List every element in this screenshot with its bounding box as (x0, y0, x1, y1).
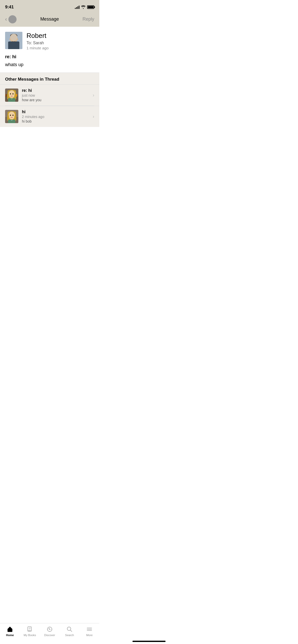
svg-rect-22 (8, 98, 15, 102)
nav-avatar (8, 15, 17, 23)
thread-item-2[interactable]: hi 2 minutes ago hi bob › (0, 106, 99, 127)
status-time: 9:41 (5, 5, 14, 10)
thread-item-preview-1: how are you (22, 98, 91, 102)
sender-to: To: Sarah (26, 41, 94, 45)
message-header: Robert To: Sarah 1 minute ago (0, 27, 99, 54)
status-bar: 9:41 (0, 0, 99, 13)
sender-info: Robert To: Sarah 1 minute ago (26, 32, 94, 50)
thread-messages: re: hi just now how are you › (0, 84, 99, 127)
message-subject: re: hi (5, 54, 94, 60)
main-content: Robert To: Sarah 1 minute ago re: hi wha… (0, 27, 99, 150)
back-chevron-icon: ‹ (5, 17, 7, 22)
svg-point-21 (12, 93, 13, 95)
status-icons (75, 5, 94, 9)
svg-point-19 (8, 90, 15, 98)
svg-point-25 (8, 112, 15, 119)
battery-icon (87, 5, 94, 9)
robert-avatar-image (5, 32, 22, 49)
svg-rect-0 (5, 32, 22, 49)
message-content: re: hi whats up (0, 54, 99, 72)
thread-section-title: Other Messages in Thread (5, 77, 59, 82)
svg-marker-3 (13, 43, 15, 46)
nav-bar: ‹ Message Reply (0, 13, 99, 27)
svg-point-26 (10, 115, 11, 116)
svg-point-6 (12, 38, 13, 40)
back-button[interactable]: ‹ (5, 15, 17, 23)
svg-point-8 (13, 40, 14, 40)
thread-section-header: Other Messages in Thread (0, 72, 99, 84)
thread-chevron-2: › (93, 114, 94, 119)
sender-time: 1 minute ago (26, 46, 94, 50)
thread-avatar-1 (5, 89, 18, 102)
thread-item-preview-2: hi bob (22, 119, 91, 123)
svg-point-9 (9, 38, 11, 40)
thread-item-time-2: 2 minutes ago (22, 115, 91, 119)
thread-item-subject-2: hi (22, 110, 91, 114)
thread-item-info-2: hi 2 minutes ago hi bob (22, 110, 91, 123)
sender-avatar (5, 32, 22, 49)
svg-rect-13 (6, 94, 7, 97)
svg-rect-2 (13, 42, 15, 48)
svg-point-10 (17, 38, 18, 40)
thread-item-subject-1: re: hi (22, 88, 91, 93)
nav-title: Message (40, 17, 59, 22)
svg-point-5 (10, 34, 17, 38)
thread-item[interactable]: re: hi just now how are you › (0, 84, 99, 106)
svg-point-27 (12, 115, 13, 116)
message-body: whats up (5, 62, 94, 67)
svg-point-7 (15, 38, 16, 40)
svg-point-4 (10, 35, 17, 43)
thread-item-time-1: just now (22, 93, 91, 97)
svg-rect-28 (8, 120, 15, 123)
svg-rect-1 (9, 42, 19, 49)
thread-chevron-1: › (93, 93, 94, 98)
signal-icon (75, 5, 79, 9)
thread-avatar-2 (5, 110, 18, 123)
wifi-icon (81, 5, 86, 9)
reply-button[interactable]: Reply (83, 17, 94, 22)
svg-point-20 (10, 93, 11, 95)
sender-name: Robert (26, 32, 94, 40)
thread-item-info-1: re: hi just now how are you (22, 88, 91, 102)
